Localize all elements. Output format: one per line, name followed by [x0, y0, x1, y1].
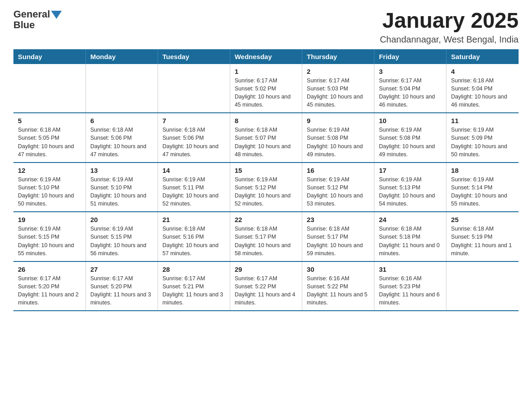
calendar-cell: 5Sunrise: 6:18 AM Sunset: 5:05 PM Daylig…	[13, 113, 86, 163]
day-number: 21	[163, 216, 225, 223]
day-info: Sunrise: 6:18 AM Sunset: 5:04 PM Dayligh…	[451, 77, 514, 109]
calendar-cell: 25Sunrise: 6:18 AM Sunset: 5:19 PM Dayli…	[446, 212, 519, 261]
calendar-cell: 3Sunrise: 6:17 AM Sunset: 5:04 PM Daylig…	[374, 64, 446, 113]
calendar-cell: 30Sunrise: 6:16 AM Sunset: 5:22 PM Dayli…	[302, 261, 374, 311]
weekday-header-friday: Friday	[374, 49, 446, 64]
calendar-cell: 1Sunrise: 6:17 AM Sunset: 5:02 PM Daylig…	[230, 64, 302, 113]
calendar-cell: 29Sunrise: 6:17 AM Sunset: 5:22 PM Dayli…	[230, 261, 302, 311]
day-number: 25	[451, 216, 514, 223]
day-number: 6	[90, 117, 153, 124]
day-number: 31	[379, 265, 442, 273]
calendar-cell: 31Sunrise: 6:16 AM Sunset: 5:23 PM Dayli…	[374, 261, 446, 311]
calendar-cell: 15Sunrise: 6:19 AM Sunset: 5:12 PM Dayli…	[230, 163, 302, 212]
day-info: Sunrise: 6:17 AM Sunset: 5:22 PM Dayligh…	[235, 274, 297, 307]
day-info: Sunrise: 6:17 AM Sunset: 5:02 PM Dayligh…	[235, 77, 297, 109]
calendar-cell: 18Sunrise: 6:19 AM Sunset: 5:14 PM Dayli…	[446, 163, 519, 212]
calendar-cell: 27Sunrise: 6:17 AM Sunset: 5:20 PM Dayli…	[86, 261, 158, 311]
day-number: 5	[18, 117, 81, 124]
day-number: 3	[379, 68, 442, 75]
weekday-header-tuesday: Tuesday	[158, 49, 230, 64]
calendar-cell: 13Sunrise: 6:19 AM Sunset: 5:10 PM Dayli…	[86, 163, 158, 212]
day-number: 26	[18, 265, 81, 273]
calendar-cell: 11Sunrise: 6:19 AM Sunset: 5:09 PM Dayli…	[446, 113, 519, 163]
calendar-cell: 16Sunrise: 6:19 AM Sunset: 5:12 PM Dayli…	[302, 163, 374, 212]
day-number: 29	[235, 265, 297, 273]
day-info: Sunrise: 6:17 AM Sunset: 5:21 PM Dayligh…	[163, 274, 225, 307]
day-info: Sunrise: 6:19 AM Sunset: 5:13 PM Dayligh…	[379, 176, 442, 208]
calendar-cell: 28Sunrise: 6:17 AM Sunset: 5:21 PM Dayli…	[158, 261, 230, 311]
day-info: Sunrise: 6:16 AM Sunset: 5:23 PM Dayligh…	[379, 274, 442, 307]
day-info: Sunrise: 6:19 AM Sunset: 5:15 PM Dayligh…	[90, 225, 153, 257]
logo-text-general: General	[13, 9, 50, 20]
calendar-cell: 26Sunrise: 6:17 AM Sunset: 5:20 PM Dayli…	[13, 261, 86, 311]
weekday-header-sunday: Sunday	[13, 49, 86, 64]
day-number: 8	[235, 117, 297, 124]
calendar-subtitle: Chandannagar, West Bengal, India	[380, 34, 519, 45]
calendar-week-row: 19Sunrise: 6:19 AM Sunset: 5:15 PM Dayli…	[13, 212, 519, 261]
weekday-header-saturday: Saturday	[446, 49, 519, 64]
calendar-cell: 22Sunrise: 6:18 AM Sunset: 5:17 PM Dayli…	[230, 212, 302, 261]
calendar-week-row: 26Sunrise: 6:17 AM Sunset: 5:20 PM Dayli…	[13, 261, 519, 311]
day-number: 2	[307, 68, 369, 75]
calendar-cell	[446, 261, 519, 311]
day-number: 9	[307, 117, 369, 124]
day-info: Sunrise: 6:18 AM Sunset: 5:05 PM Dayligh…	[18, 126, 81, 158]
calendar-title: January 2025	[380, 9, 519, 33]
calendar-cell: 9Sunrise: 6:19 AM Sunset: 5:08 PM Daylig…	[302, 113, 374, 163]
calendar-cell: 21Sunrise: 6:18 AM Sunset: 5:16 PM Dayli…	[158, 212, 230, 261]
day-info: Sunrise: 6:17 AM Sunset: 5:20 PM Dayligh…	[90, 274, 153, 307]
day-info: Sunrise: 6:18 AM Sunset: 5:17 PM Dayligh…	[235, 225, 297, 257]
day-info: Sunrise: 6:19 AM Sunset: 5:11 PM Dayligh…	[163, 176, 225, 208]
calendar-cell: 20Sunrise: 6:19 AM Sunset: 5:15 PM Dayli…	[86, 212, 158, 261]
weekday-header-thursday: Thursday	[302, 49, 374, 64]
day-number: 14	[163, 167, 225, 174]
day-info: Sunrise: 6:19 AM Sunset: 5:10 PM Dayligh…	[18, 176, 81, 208]
calendar-week-row: 1Sunrise: 6:17 AM Sunset: 5:02 PM Daylig…	[13, 64, 519, 113]
day-number: 27	[90, 265, 153, 273]
calendar-cell: 14Sunrise: 6:19 AM Sunset: 5:11 PM Dayli…	[158, 163, 230, 212]
calendar-cell: 17Sunrise: 6:19 AM Sunset: 5:13 PM Dayli…	[374, 163, 446, 212]
day-info: Sunrise: 6:18 AM Sunset: 5:17 PM Dayligh…	[307, 225, 369, 257]
day-info: Sunrise: 6:19 AM Sunset: 5:08 PM Dayligh…	[379, 126, 442, 158]
day-number: 10	[379, 117, 442, 124]
day-number: 18	[451, 167, 514, 174]
day-info: Sunrise: 6:18 AM Sunset: 5:06 PM Dayligh…	[90, 126, 153, 158]
calendar-cell	[13, 64, 86, 113]
calendar-cell: 19Sunrise: 6:19 AM Sunset: 5:15 PM Dayli…	[13, 212, 86, 261]
day-info: Sunrise: 6:18 AM Sunset: 5:07 PM Dayligh…	[235, 126, 297, 158]
logo: General Blue	[13, 9, 62, 30]
calendar-cell	[158, 64, 230, 113]
day-number: 16	[307, 167, 369, 174]
weekday-header-wednesday: Wednesday	[230, 49, 302, 64]
day-number: 13	[90, 167, 153, 174]
day-number: 24	[379, 216, 442, 223]
day-info: Sunrise: 6:16 AM Sunset: 5:22 PM Dayligh…	[307, 274, 369, 307]
day-number: 12	[18, 167, 81, 174]
day-number: 23	[307, 216, 369, 223]
day-info: Sunrise: 6:18 AM Sunset: 5:16 PM Dayligh…	[163, 225, 225, 257]
day-info: Sunrise: 6:17 AM Sunset: 5:04 PM Dayligh…	[379, 77, 442, 109]
calendar-week-row: 12Sunrise: 6:19 AM Sunset: 5:10 PM Dayli…	[13, 163, 519, 212]
day-info: Sunrise: 6:18 AM Sunset: 5:06 PM Dayligh…	[163, 126, 225, 158]
page-header: General Blue January 2025 Chandannagar, …	[13, 9, 519, 45]
day-info: Sunrise: 6:19 AM Sunset: 5:08 PM Dayligh…	[307, 126, 369, 158]
day-number: 22	[235, 216, 297, 223]
weekday-header-row: SundayMondayTuesdayWednesdayThursdayFrid…	[13, 49, 519, 64]
calendar-cell: 10Sunrise: 6:19 AM Sunset: 5:08 PM Dayli…	[374, 113, 446, 163]
weekday-header-monday: Monday	[86, 49, 158, 64]
day-number: 19	[18, 216, 81, 223]
calendar-cell: 2Sunrise: 6:17 AM Sunset: 5:03 PM Daylig…	[302, 64, 374, 113]
day-info: Sunrise: 6:19 AM Sunset: 5:12 PM Dayligh…	[235, 176, 297, 208]
logo-text-blue: Blue	[13, 19, 35, 30]
title-area: January 2025 Chandannagar, West Bengal, …	[380, 9, 519, 45]
day-number: 20	[90, 216, 153, 223]
calendar-week-row: 5Sunrise: 6:18 AM Sunset: 5:05 PM Daylig…	[13, 113, 519, 163]
calendar-cell: 6Sunrise: 6:18 AM Sunset: 5:06 PM Daylig…	[86, 113, 158, 163]
day-number: 30	[307, 265, 369, 273]
day-info: Sunrise: 6:18 AM Sunset: 5:19 PM Dayligh…	[451, 225, 514, 257]
calendar-cell: 7Sunrise: 6:18 AM Sunset: 5:06 PM Daylig…	[158, 113, 230, 163]
day-number: 7	[163, 117, 225, 124]
day-number: 1	[235, 68, 297, 75]
day-number: 28	[163, 265, 225, 273]
calendar-cell: 23Sunrise: 6:18 AM Sunset: 5:17 PM Dayli…	[302, 212, 374, 261]
